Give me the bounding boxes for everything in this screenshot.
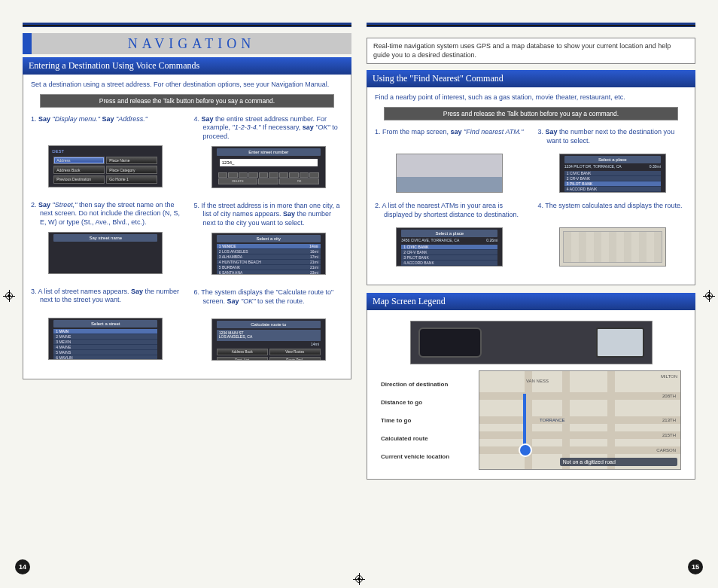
find-col-2: 3. Say the number next to the destinatio…: [538, 128, 688, 276]
list-row: 6 SANTA ANA23mi: [217, 270, 321, 275]
top-rule: [367, 23, 695, 27]
title-body: NAVIGATION: [32, 33, 351, 54]
map-street: 208TH: [662, 394, 676, 398]
calc-btn: Dest. List: [217, 357, 268, 361]
legend-label: Distance to go: [381, 399, 479, 406]
list-row: 4 HUNTINGTON BEACH21mi: [217, 260, 321, 265]
page-number-right: 15: [688, 559, 703, 574]
list-row: 1 MAIN: [53, 329, 157, 334]
legend-label: Direction of destination: [381, 381, 479, 388]
btn-place-name: Place Name: [106, 157, 157, 165]
thumb-map-view: [396, 154, 503, 193]
list-row: 5 MAINS: [53, 350, 157, 355]
list-row: 2 CR-V BANK: [564, 176, 661, 181]
list-row: 3 PILOT BANK: [401, 255, 497, 260]
thumb-header: Say street name: [53, 234, 157, 242]
dest-label: DEST: [52, 149, 64, 154]
map-street: MILTON: [661, 374, 677, 379]
list-row: 2 MAINE: [53, 334, 157, 340]
find-step-3: 3. Say the number next to the destinatio…: [538, 128, 688, 154]
btn-go-home: Go Home 1: [106, 175, 157, 184]
map-street: 213TH: [662, 418, 676, 422]
calc-address: 1234 MAIN STLOS ANGELES, CA: [217, 330, 321, 341]
list-row: 4 ACCORD BANK: [401, 260, 497, 266]
thumb-header: Select a place: [564, 156, 661, 163]
calc-btn: Address Book: [217, 349, 268, 355]
list-row: 1 CIVIC BANK: [564, 171, 661, 176]
map-banner: Not on a digitized road: [560, 458, 677, 466]
list-row: 2 LOS ANGELES16mi: [217, 249, 321, 254]
title-accent: [23, 33, 32, 54]
list-row: 3 PILOT BANK: [564, 181, 661, 187]
section-legend: Direction of destination Distance to go …: [367, 310, 695, 480]
step-3: 3. A list of street names appears. Say t…: [31, 288, 181, 313]
section-intro: Set a destination using a street address…: [31, 81, 343, 90]
thumb-header: Calculate route to: [217, 321, 321, 328]
thumb-route-map: [559, 227, 666, 267]
legend-label: Time to go: [381, 417, 479, 424]
step-1: 1. Say "Display menu." Say "Address.": [31, 115, 181, 141]
top-rule: [23, 23, 351, 27]
find-grid: 1. From the map screen, say "Find neares…: [375, 128, 687, 276]
vehicle-icon: [519, 443, 532, 457]
gauge-cluster-icon: [418, 328, 482, 358]
intro-note: Real-time navigation system uses GPS and…: [367, 38, 695, 64]
thumb-dest-menu: DEST Address Place Name Address Book Pla…: [48, 145, 163, 187]
btn-place-category: Place Category: [106, 166, 157, 174]
legend-label: Calculated route: [381, 435, 479, 442]
title-banner: NAVIGATION: [23, 33, 351, 54]
list-row: 6 MAVLIN: [53, 355, 157, 360]
list-row: 5 BURBANK21mi: [217, 265, 321, 270]
section-voice: Set a destination using a street address…: [23, 75, 351, 379]
map-street: 215TH: [662, 433, 676, 437]
find-col-1: 1. From the map screen, say "Find neares…: [375, 128, 525, 276]
registration-mark-icon: [703, 290, 715, 302]
step-6: 6. The system displays the "Calculate ro…: [194, 288, 344, 314]
thumb-header: Enter street number: [217, 148, 321, 156]
find-step-1: 1. From the map screen, say "Find neares…: [375, 128, 525, 154]
page-spread: NAVIGATION Entering a Destination Using …: [0, 0, 718, 588]
thumb-select-city: Select a city 1 VENICE14mi 2 LOS ANGELES…: [211, 233, 326, 275]
calc-dist: 14mi: [217, 341, 321, 347]
section-header-voice: Entering a Destination Using Voice Comma…: [23, 57, 351, 75]
list-row: 1 CIVIC BANK: [401, 245, 497, 250]
thumb-select-place-3: Select a place 1234 PILOT DR, TORRANCE, …: [559, 154, 666, 193]
list-row: 3 ALHAMBRA17mi: [217, 254, 321, 260]
btn-previous-dest: Previous Destination: [53, 175, 105, 184]
map-street: VAN NESS: [526, 379, 549, 383]
nav-screen-icon: [596, 328, 644, 358]
step-2: 2. Say "Street," then say the street nam…: [31, 201, 181, 227]
section-intro: Find a nearby point of interest, such as…: [375, 93, 687, 102]
legend-label: Current vehicle location: [381, 453, 479, 460]
btn-address-book: Address Book: [53, 166, 105, 174]
thumb-input: 1234_: [220, 159, 318, 166]
map-screenshot: VAN NESS 208TH MILTON TORRANCE 213TH 215…: [479, 370, 681, 470]
steps-grid: 1. Say "Display menu." Say "Address." DE…: [31, 115, 343, 370]
section-find: Find a nearby point of interest, such as…: [367, 87, 695, 285]
section-header-find: Using the "Find Nearest" Command: [367, 70, 695, 87]
talk-instruction: Press and release the Talk button before…: [40, 94, 334, 108]
thumb-header: Select a street: [53, 320, 157, 328]
thumb-header: Select a place: [401, 230, 497, 237]
thumb-select-street: Select a street 1 MAIN 2 MAINE 3 MEVIN 4…: [48, 318, 163, 360]
talk-instruction: Press and release the Talk button before…: [384, 107, 678, 120]
thumb-header: Select a city: [217, 235, 321, 242]
step-4: 4. Say the entire street address number.…: [194, 115, 344, 142]
list-row: 3 MEVIN: [53, 340, 157, 345]
thumb-say-street: Say street name: [48, 232, 163, 274]
thumb-enter-number: Enter street number 1234_ DELETEOK: [211, 146, 326, 188]
find-step-4: 4. The system calculates and displays th…: [538, 202, 688, 227]
route-line-icon: [523, 394, 526, 446]
page-right: Real-time navigation system uses GPS and…: [367, 23, 695, 558]
list-row: 2 CR-V BANK: [401, 250, 497, 255]
section-header-legend: Map Screen Legend: [367, 293, 695, 310]
find-step-2: 2. A list of the nearest ATMs in your ar…: [375, 202, 525, 227]
list-row: 4 ACCORD BANK: [564, 187, 661, 192]
page-number-left: 14: [15, 559, 30, 574]
map-street: CARSON: [656, 448, 676, 452]
map-legend-row: Direction of destination Distance to go …: [381, 370, 681, 470]
page-title: NAVIGATION: [128, 36, 256, 52]
legend-labels: Direction of destination Distance to go …: [381, 370, 479, 470]
page-left: NAVIGATION Entering a Destination Using …: [23, 23, 351, 558]
step-5: 5. If the street address is in more than…: [194, 202, 344, 228]
